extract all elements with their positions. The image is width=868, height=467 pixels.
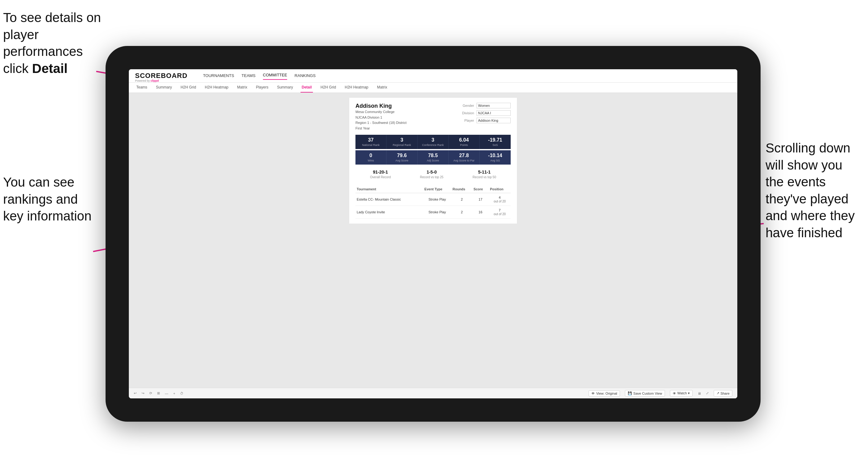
stat-adj-score-label: Adj Score — [419, 159, 447, 162]
position: 7out of 20 — [489, 206, 511, 219]
stat-conference-rank-value: 3 — [419, 137, 447, 143]
record-top50: 5-11-1 Record vs top 50 — [472, 169, 496, 179]
stat-sos-label: SoS — [481, 144, 509, 147]
division-select[interactable]: NJCAA I NJCAA II — [476, 110, 511, 116]
watch-icon: 👁 — [673, 392, 676, 395]
tournament-name: Lady Coyote Invite — [355, 206, 420, 219]
stat-regional-rank-value: 3 — [388, 137, 416, 143]
logo-area: SCOREBOARD Powered by clippd — [135, 72, 187, 82]
stat-points: 6.04 Points — [448, 135, 479, 149]
stat-avg-score: 79.6 Avg Score — [386, 150, 417, 164]
col-event-type: Event Type — [423, 185, 452, 193]
stat-avg-score-label: Avg Score — [388, 159, 416, 162]
tablet-screen: SCOREBOARD Powered by clippd TOURNAMENTS… — [129, 69, 737, 398]
event-type: Stroke Play — [423, 206, 452, 219]
expand-icon[interactable]: ⤢ — [706, 391, 709, 395]
stat-sos-value: -19.71 — [481, 137, 509, 143]
gender-select[interactable]: Women Men — [476, 103, 511, 108]
logo-powered: Powered by clippd — [135, 79, 187, 82]
tournament-name: Estella CC- Mountain Classic — [355, 193, 420, 206]
gender-label: Gender — [459, 104, 474, 107]
refresh-icon[interactable]: ⟳ — [149, 391, 152, 395]
record-overall-value: 91-20-1 — [370, 169, 391, 175]
subnav-teams[interactable]: Teams — [135, 83, 148, 93]
stat-sos: -19.71 SoS — [479, 135, 511, 149]
subnav-summary2[interactable]: Summary — [276, 83, 294, 93]
screen-icon[interactable]: 🖥 — [698, 392, 701, 395]
nav-rankings[interactable]: RANKINGS — [294, 73, 316, 80]
subnav-players[interactable]: Players — [254, 83, 270, 93]
col-rounds: Rounds — [452, 185, 472, 193]
tournament-empty — [420, 193, 423, 206]
player-school: Mesa Community College — [355, 109, 406, 115]
stat-conference-rank: 3 Conference Rank — [417, 135, 448, 149]
plus-icon[interactable]: + — [173, 392, 175, 395]
stat-adj-score-value: 78.5 — [419, 153, 447, 158]
player-info: Addison King Mesa Community College NJCA… — [355, 103, 406, 131]
record-top50-value: 5-11-1 — [472, 169, 496, 175]
rounds: 2 — [452, 206, 472, 219]
player-name: Addison King — [355, 103, 406, 109]
stat-points-value: 6.04 — [450, 137, 478, 143]
subnav-h2hgrid2[interactable]: H2H Grid — [319, 83, 337, 93]
stat-adj-score: 78.5 Adj Score — [417, 150, 448, 164]
subnav-h2hheatmap2[interactable]: H2H Heatmap — [343, 83, 369, 93]
filter-row-gender: Gender Women Men — [459, 103, 511, 108]
share-btn[interactable]: ↗ Share — [714, 390, 732, 397]
record-top25: 1-5-0 Record vs top 25 — [420, 169, 444, 179]
stat-points-label: Points — [450, 144, 478, 147]
stat-regional-rank-label: Regional Rank — [388, 144, 416, 147]
tablet-frame: SCOREBOARD Powered by clippd TOURNAMENTS… — [105, 46, 761, 422]
player-select[interactable]: Addison King — [476, 118, 511, 123]
save-icon: 💾 — [628, 391, 632, 395]
stat-avg-sg: -10.14 Avg SG — [479, 150, 511, 164]
view-icon: 👁 — [591, 392, 595, 395]
player-label: Player — [459, 119, 474, 122]
col-score: Score — [472, 185, 489, 193]
col-position: Position — [489, 185, 511, 193]
record-top50-label: Record vs top 50 — [472, 176, 496, 179]
player-region: Region 1 - Southwest (18) District — [355, 120, 406, 126]
nav-items: TOURNAMENTS TEAMS COMMITTEE RANKINGS — [203, 73, 316, 82]
position: 4out of 20 — [489, 193, 511, 206]
nav-teams[interactable]: TEAMS — [242, 73, 255, 80]
grid-icon[interactable]: ⊞ — [157, 391, 160, 395]
nav-tournaments[interactable]: TOURNAMENTS — [203, 73, 234, 80]
stat-avg-sg-value: -10.14 — [481, 153, 509, 158]
table-row: Estella CC- Mountain Classic Stroke Play… — [355, 193, 511, 206]
timer-icon[interactable]: ⏱ — [180, 392, 183, 395]
undo-icon[interactable]: ↩ — [134, 391, 136, 395]
subnav-h2hgrid[interactable]: H2H Grid — [180, 83, 197, 93]
share-label: Share — [720, 392, 730, 395]
view-original-btn[interactable]: 👁 View: Original — [589, 390, 620, 397]
stat-regional-rank: 3 Regional Rank — [386, 135, 417, 149]
watch-btn[interactable]: 👁 Watch ▾ — [670, 390, 692, 397]
minus-icon[interactable]: — — [165, 392, 168, 395]
tournament-table: Tournament Event Type Rounds Score Posit… — [355, 185, 511, 219]
division-label: Division — [459, 111, 474, 115]
nav-committee[interactable]: COMMITTEE — [263, 73, 287, 80]
subnav-summary[interactable]: Summary — [155, 83, 173, 93]
col-tournament: Tournament — [355, 185, 420, 193]
subnav-h2hheatmap[interactable]: H2H Heatmap — [204, 83, 230, 93]
records-row: 91-20-1 Overall Record 1-5-0 Record vs t… — [355, 168, 511, 181]
subnav-matrix[interactable]: Matrix — [236, 83, 249, 93]
stats-row1: 37 National Rank 3 Regional Rank 3 Confe… — [355, 135, 511, 149]
subnav-matrix2[interactable]: Matrix — [376, 83, 389, 93]
player-header: Addison King Mesa Community College NJCA… — [355, 103, 511, 131]
event-type: Stroke Play — [423, 193, 452, 206]
stat-avg-score-to-par-label: Avg Score to Par — [450, 159, 478, 162]
top-nav: SCOREBOARD Powered by clippd TOURNAMENTS… — [129, 69, 737, 83]
stat-wins: 0 Wins — [355, 150, 386, 164]
rounds: 2 — [452, 193, 472, 206]
player-filters: Gender Women Men Division NJCAA I — [459, 103, 511, 123]
record-top25-label: Record vs top 25 — [420, 176, 444, 179]
subnav-detail[interactable]: Detail — [301, 83, 313, 93]
filter-row-player: Player Addison King — [459, 118, 511, 123]
redo-icon[interactable]: ↪ — [142, 391, 144, 395]
save-custom-view-btn[interactable]: 💾 Save Custom View — [625, 390, 665, 397]
watch-label: Watch ▾ — [677, 391, 690, 395]
stat-wins-label: Wins — [357, 159, 385, 162]
stat-national-rank-label: National Rank — [357, 144, 385, 147]
annotation-bottom-left: You can see rankings and key information — [3, 174, 108, 225]
